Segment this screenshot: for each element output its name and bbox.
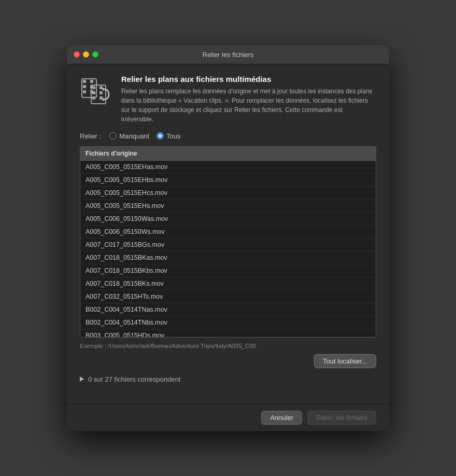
localiser-row: Tout localiser... bbox=[80, 354, 376, 368]
svg-rect-2 bbox=[83, 85, 86, 88]
svg-rect-10 bbox=[92, 96, 95, 100]
svg-rect-1 bbox=[83, 80, 86, 83]
dialog-content: Relier les plans aux fichiers multimédia… bbox=[67, 64, 389, 404]
list-item[interactable]: B003_C005_0515HDs.mov bbox=[80, 329, 376, 337]
list-item[interactable]: A005_C006_05150Was.mov bbox=[80, 213, 376, 226]
list-item[interactable]: A007_C018_0515BKbs.mov bbox=[80, 264, 376, 277]
annuler-button[interactable]: Annuler bbox=[261, 411, 302, 425]
file-list-container: Fichiers d'origine A005_C005_0515EHas.mo… bbox=[80, 146, 376, 338]
relier-label: Relier : bbox=[80, 132, 101, 140]
header-row: Relier les plans aux fichiers multimédia… bbox=[80, 75, 376, 124]
svg-rect-13 bbox=[99, 96, 103, 100]
list-item[interactable]: A005_C005_0515EHas.mov bbox=[80, 161, 376, 174]
expand-icon[interactable] bbox=[80, 376, 84, 382]
film-icon bbox=[80, 75, 113, 108]
window-title: Relier les fichiers bbox=[203, 51, 254, 59]
svg-rect-8 bbox=[92, 86, 95, 89]
list-item[interactable]: A005_C005_0515EHbs.mov bbox=[80, 174, 376, 187]
radio-manquant-input[interactable] bbox=[109, 132, 117, 139]
radio-tous-input[interactable] bbox=[156, 132, 164, 139]
header-description: Relier les plans remplace les données d'… bbox=[121, 87, 376, 124]
file-list-header: Fichiers d'origine bbox=[80, 147, 376, 161]
list-item[interactable]: A005_C005_0515EHs.mov bbox=[80, 200, 376, 213]
radio-manquant-label[interactable]: Manquant bbox=[119, 132, 149, 140]
header-title: Relier les plans aux fichiers multimédia… bbox=[121, 75, 376, 83]
svg-rect-12 bbox=[99, 91, 103, 94]
maximize-button[interactable] bbox=[92, 51, 98, 58]
svg-rect-9 bbox=[92, 91, 95, 94]
radio-tous-label[interactable]: Tous bbox=[166, 132, 180, 140]
match-status: 0 sur 27 fichiers correspondent bbox=[88, 375, 180, 383]
localiser-button[interactable]: Tout localiser... bbox=[314, 354, 376, 368]
traffic-lights bbox=[74, 51, 98, 58]
dialog-window: Relier les fichiers bbox=[67, 46, 389, 431]
list-item[interactable]: B002_C004_0514TNas.mov bbox=[80, 303, 376, 316]
list-item[interactable]: A007_C018_0515BKs.mov bbox=[80, 277, 376, 290]
list-item[interactable]: B002_C004_0514TNbs.mov bbox=[80, 316, 376, 329]
example-path: Exemple : /Users/tomclark/Bureau/Adventu… bbox=[80, 343, 376, 349]
minimize-button[interactable] bbox=[83, 51, 89, 58]
radio-manquant[interactable]: Manquant bbox=[109, 132, 149, 140]
svg-rect-11 bbox=[99, 86, 103, 89]
list-item[interactable]: A007_C017_0515BGs.mov bbox=[80, 239, 376, 251]
titlebar: Relier les fichiers bbox=[67, 46, 389, 64]
svg-rect-4 bbox=[90, 80, 93, 83]
footer-buttons: Annuler Relier les fichiers bbox=[67, 404, 389, 431]
list-item[interactable]: A007_C032_0515HTs.mov bbox=[80, 290, 376, 303]
list-item[interactable]: A007_C018_0515BKas.mov bbox=[80, 251, 376, 264]
close-button[interactable] bbox=[74, 51, 80, 58]
radio-tous[interactable]: Tous bbox=[156, 132, 180, 140]
match-row: 0 sur 27 fichiers correspondent bbox=[80, 375, 376, 383]
file-list[interactable]: A005_C005_0515EHas.movA005_C005_0515EHbs… bbox=[80, 161, 376, 337]
header-text: Relier les plans aux fichiers multimédia… bbox=[121, 75, 376, 124]
relier-row: Relier : Manquant Tous bbox=[80, 132, 376, 140]
relier-button[interactable]: Relier les fichiers bbox=[307, 411, 376, 425]
list-item[interactable]: A005_C005_0515EHcs.mov bbox=[80, 187, 376, 200]
svg-rect-3 bbox=[83, 90, 86, 93]
radio-group: Manquant Tous bbox=[109, 132, 180, 140]
list-item[interactable]: A005_C006_05150Ws.mov bbox=[80, 226, 376, 239]
